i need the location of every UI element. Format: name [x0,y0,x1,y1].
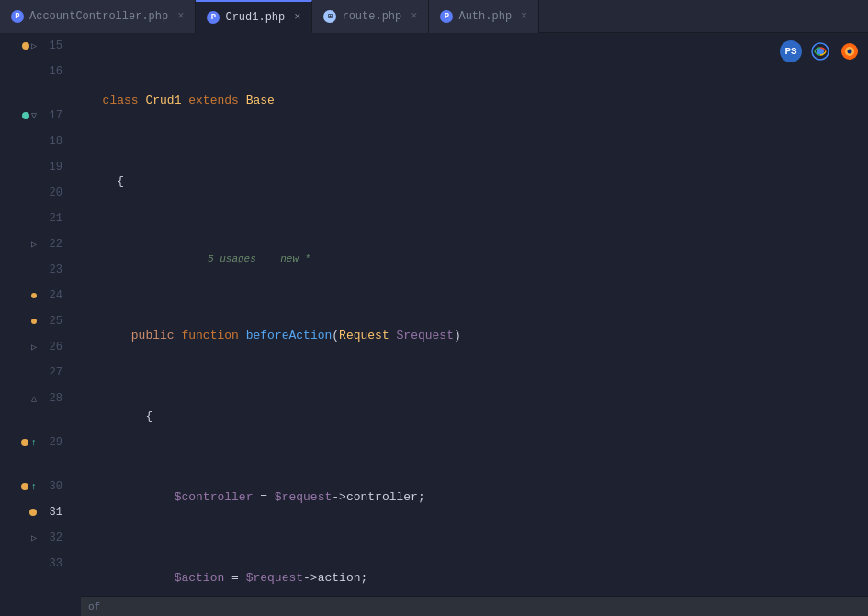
gutter-row-22: ▷ 22 [0,231,81,257]
phpstorm-icon: PS [780,40,802,62]
override-icon-30: ↑ [30,481,37,492]
gutter-row-32: ▷ 32 [0,525,81,551]
gutter-row-26: ▷ 26 [0,334,81,360]
line-number-15: 15 [40,39,70,52]
line-icons-22: ▷ [0,239,40,250]
fold-icon-17[interactable]: ▽ [31,110,37,121]
tab-auth[interactable]: P Auth.php × [429,0,539,33]
code-line-15: class Crud1 extends Base [81,88,868,114]
chrome-icon [809,40,831,62]
gutter-row-24: 24 [0,283,81,308]
line-icons-32: ▷ [0,532,40,543]
tab-icon-route: ⊞ [323,10,336,23]
line-number-26: 26 [40,341,70,353]
code-line-17: public function beforeAction(Request $re… [81,323,868,349]
line-number-18: 18 [40,135,70,148]
svg-point-4 [848,50,852,54]
ide-icons: PS [780,40,861,62]
override-down-icon-29: ↑ [30,437,37,448]
gutter-row-21: 21 [0,206,81,231]
line-number-16: 16 [40,65,70,78]
line-icons-15: ▷ [0,40,40,51]
line-number-28: 28 [40,392,70,405]
gutter-row-15: ▷ 15 [0,33,81,59]
hint-line-5usages: 5 usages new * [81,250,868,268]
line-number-32: 32 [40,532,70,544]
dot-icon-25 [31,319,37,324]
tab-bar: P AccountController.php × P Crud1.php × … [0,0,868,33]
line-number-17: 17 [40,109,70,122]
tab-icon-accountcontroller: P [11,10,24,23]
fold-icon-22[interactable]: ▷ [31,239,37,250]
code-lines: class Crud1 extends Base { 5 usages new … [81,33,868,616]
line-number-30: 30 [40,480,70,493]
tab-close-crud1[interactable]: × [294,11,300,24]
line-icons-30: ↑ [0,481,40,492]
gutter-row-31: 31 [0,499,81,525]
tab-accountcontroller[interactable]: P AccountController.php × [0,0,196,33]
tab-close-accountcontroller[interactable]: × [177,10,184,23]
tab-crud1[interactable]: P Crud1.php × [196,0,312,33]
tab-route[interactable]: ⊞ route.php × [312,0,429,33]
hint-text-5usages[interactable]: 5 usages new * [208,250,310,268]
fold-icon-32[interactable]: ▷ [31,532,37,543]
line-number-24: 24 [40,289,70,302]
line-number-21: 21 [40,212,70,225]
impl-icon-17[interactable] [22,112,29,119]
gutter-row-28: △ 28 [0,386,81,411]
gutter-row-30: ↑ 30 [0,474,81,499]
tab-label-route: route.php [342,10,401,23]
fold-icon-15[interactable]: ▷ [31,40,37,51]
status-bar: of [81,596,868,616]
line-number-29: 29 [40,436,70,449]
line-icons-25 [0,319,40,324]
status-bar-text: of [88,601,100,612]
firefox-icon [839,40,861,62]
fold-icon-26[interactable]: ▷ [31,342,37,353]
line-icons-28: △ [0,393,40,404]
line-icons-29: ↑ [0,437,40,448]
gutter-row-20: 20 [0,180,81,206]
gutter-row-33: 33 [0,551,81,577]
tab-label-crud1: Crud1.php [225,11,285,24]
gutter-row-17: ▽ 17 [0,103,81,129]
breakpoint-icon-15[interactable] [22,42,29,50]
tab-icon-crud1: P [207,11,220,24]
breakpoint-icon-30[interactable] [21,483,28,490]
tab-icon-auth: P [440,10,453,23]
gutter-row-19: 19 [0,154,81,180]
code-line-20: $action = $request->action; [81,566,868,591]
gutter-row-25: 25 [0,308,81,334]
code-line-16: { [81,169,868,195]
gutter-row-hint-2 [0,411,81,430]
editor-area: PS ▷ 15 [0,33,868,616]
line-icons-17: ▽ [0,110,40,121]
gutter-row-16: 16 [0,59,81,84]
tab-label-auth: Auth.php [458,10,512,23]
line-number-33: 33 [40,557,70,570]
line-icons-26: ▷ [0,342,40,353]
tab-close-route[interactable]: × [411,10,417,23]
gutter-row-23: 23 [0,257,81,283]
gutter-row-29: ↑ 29 [0,430,81,455]
gutter-row-hint-3 [0,455,81,474]
line-number-27: 27 [40,366,70,379]
fold-close-icon-28[interactable]: △ [31,393,37,404]
line-icons-31 [0,509,40,516]
line-number-20: 20 [40,186,70,199]
tab-close-auth[interactable]: × [521,10,527,23]
gutter: ▷ 15 16 ▽ 17 18 19 [0,33,81,616]
gutter-row-27: 27 [0,360,81,386]
breakpoint-icon-31[interactable] [29,509,37,516]
line-number-22: 22 [40,238,70,251]
line-number-31: 31 [40,506,70,519]
breakpoint-icon-29[interactable] [21,439,28,446]
gutter-row-18: 18 [0,129,81,154]
line-number-25: 25 [40,315,70,328]
line-number-23: 23 [40,263,70,276]
gutter-row-hint-1 [0,84,81,103]
code-area[interactable]: class Crud1 extends Base { 5 usages new … [81,33,868,616]
code-line-19: $controller = $request->controller; [81,485,868,510]
tab-label-accountcontroller: AccountController.php [29,10,168,23]
line-number-19: 19 [40,161,70,174]
